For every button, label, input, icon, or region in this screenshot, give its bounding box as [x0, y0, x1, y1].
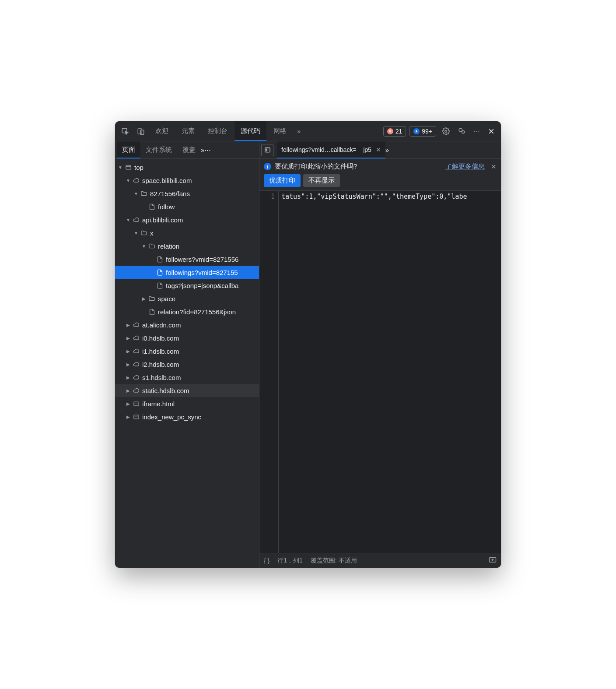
tab-welcome[interactable]: 欢迎 — [149, 121, 175, 141]
tree-row[interactable]: follow — [115, 200, 259, 213]
tree-row[interactable]: ▶i0.hdslb.com — [115, 331, 259, 344]
tree-label: at.alicdn.com — [142, 321, 181, 329]
tree-row[interactable]: ▶i2.hdslb.com — [115, 358, 259, 371]
pretty-print-button[interactable]: 优质打印 — [264, 174, 301, 187]
message-badge[interactable]: ✦ 99+ — [410, 126, 436, 137]
tree-arrow-icon: ▶ — [126, 375, 131, 380]
tab-network[interactable]: 网络 — [267, 121, 293, 141]
svg-rect-9 — [265, 148, 270, 152]
tree-label: followers?vmid=8271556 — [166, 256, 238, 263]
tabs-overflow-icon[interactable]: » — [294, 121, 304, 141]
tree-label: relation?fid=8271556&json — [158, 308, 236, 316]
pretty-print-toggle-icon[interactable]: { } — [264, 557, 270, 564]
file-tab-label: followings?vmid…callback=__jp5 — [281, 146, 371, 153]
tree-row[interactable]: followings?vmid=827155 — [115, 266, 259, 279]
folder-icon — [140, 190, 148, 197]
cloud-icon — [132, 387, 140, 394]
device-toggle-icon[interactable] — [133, 121, 148, 141]
tree-row[interactable]: ▶at.alicdn.com — [115, 318, 259, 331]
folder-icon — [147, 295, 156, 302]
tree-label: index_new_pc_sync — [142, 413, 201, 421]
error-dot-icon: ✕ — [387, 128, 393, 134]
tree-arrow-icon: ▼ — [118, 165, 123, 170]
tree-row[interactable]: ▶i1.hdslb.com — [115, 344, 259, 358]
file-icon — [147, 204, 156, 210]
tree-arrow-icon: ▶ — [141, 296, 147, 301]
tree-row[interactable]: ▼x — [115, 226, 259, 239]
navigator-tab-filesystem[interactable]: 文件系统 — [140, 141, 177, 158]
tree-arrow-icon: ▼ — [126, 218, 131, 222]
file-tabstrip: followings?vmid…callback=__jp5 ✕ » — [259, 141, 501, 159]
settings-icon[interactable] — [438, 121, 453, 141]
cloud-icon — [132, 321, 140, 328]
tree-row[interactable]: ▶iframe.html — [115, 397, 259, 410]
tree-label: space.bilibili.com — [142, 177, 192, 184]
tree-arrow-icon: ▼ — [126, 178, 131, 183]
file-tree[interactable]: ▼top▼space.bilibili.com▼8271556/fansfoll… — [115, 159, 259, 568]
folder-icon — [147, 243, 156, 250]
toggle-navigator-icon[interactable] — [261, 144, 273, 156]
pretty-print-infobar: i 要优质打印此缩小的文件吗? 了解更多信息 ✕ 优质打印 不再显示 — [259, 159, 501, 191]
tab-sources[interactable]: 源代码 — [234, 121, 266, 141]
file-tab-active[interactable]: followings?vmid…callback=__jp5 ✕ — [277, 141, 385, 158]
more-icon[interactable]: ⋯ — [470, 121, 483, 141]
tree-row[interactable]: ▼8271556/fans — [115, 187, 259, 200]
coverage-status: 覆盖范围: 不适用 — [311, 557, 357, 565]
tree-label: i0.hdslb.com — [142, 334, 179, 342]
inspect-icon[interactable] — [118, 121, 133, 141]
file-tabs-overflow-icon[interactable]: » — [385, 146, 389, 154]
tree-row[interactable]: ▼space.bilibili.com — [115, 174, 259, 187]
message-count: 99+ — [422, 128, 432, 135]
code-content[interactable]: tatus":1,"vipStatusWarn":"","themeType":… — [279, 191, 501, 553]
tree-row[interactable]: tags?jsonp=jsonp&callba — [115, 279, 259, 292]
file-icon — [155, 256, 164, 263]
navigator-tab-page[interactable]: 页面 — [117, 141, 140, 158]
tree-label: top — [134, 164, 144, 171]
tree-label: relation — [158, 243, 179, 250]
svg-point-5 — [462, 130, 465, 133]
tree-arrow-icon: ▶ — [126, 388, 131, 393]
tree-row[interactable]: ▶static.hdslb.com — [115, 384, 259, 397]
svg-rect-6 — [126, 165, 130, 169]
tree-arrow-icon: ▶ — [126, 349, 131, 354]
tree-label: space — [158, 295, 175, 302]
code-editor[interactable]: 1 tatus":1,"vipStatusWarn":"","themeType… — [259, 191, 501, 553]
error-badge[interactable]: ✕ 21 — [383, 126, 406, 137]
tree-label: s1.hdslb.com — [142, 374, 181, 381]
tab-console[interactable]: 控制台 — [202, 121, 234, 141]
tree-row[interactable]: relation?fid=8271556&json — [115, 305, 259, 318]
infobar-text: 要优质打印此缩小的文件吗? — [275, 162, 357, 171]
svg-point-3 — [445, 130, 447, 132]
feedback-icon[interactable] — [454, 121, 469, 141]
infobar-learn-more-link[interactable]: 了解更多信息 — [445, 162, 485, 171]
close-icon[interactable] — [484, 121, 498, 141]
tree-row[interactable]: ▶space — [115, 292, 259, 305]
svg-point-4 — [459, 128, 462, 132]
tab-elements[interactable]: 元素 — [175, 121, 201, 141]
file-tab-close-icon[interactable]: ✕ — [376, 146, 381, 153]
info-icon: i — [264, 163, 271, 170]
infobar-close-icon[interactable]: ✕ — [491, 163, 497, 171]
navigator-tabs-overflow-icon[interactable]: » — [201, 146, 204, 154]
tree-row[interactable]: followers?vmid=8271556 — [115, 253, 259, 266]
tree-row[interactable]: ▼top — [115, 161, 259, 174]
tree-row[interactable]: ▼api.bilibili.com — [115, 213, 259, 226]
navigator-more-icon[interactable]: ⋯ — [204, 146, 211, 154]
tree-arrow-icon: ▶ — [126, 401, 131, 406]
cursor-position: 行1，列1 — [277, 557, 303, 565]
cloud-icon — [132, 177, 140, 184]
tree-label: i1.hdslb.com — [142, 348, 179, 355]
tree-row[interactable]: ▼relation — [115, 239, 259, 253]
navigator-tab-overrides[interactable]: 覆盖 — [177, 141, 201, 158]
tree-arrow-icon: ▶ — [126, 362, 131, 367]
tree-label: 8271556/fans — [150, 190, 190, 197]
svg-rect-8 — [133, 415, 138, 419]
tree-label: i2.hdslb.com — [142, 361, 179, 368]
folder-icon — [140, 229, 148, 236]
tree-label: api.bilibili.com — [142, 216, 183, 224]
dont-show-button[interactable]: 不再显示 — [303, 174, 340, 187]
statusbar-download-icon[interactable] — [489, 557, 497, 564]
tree-row[interactable]: ▶s1.hdslb.com — [115, 371, 259, 384]
tree-row[interactable]: ▶index_new_pc_sync — [115, 410, 259, 423]
cloud-icon — [132, 334, 140, 341]
